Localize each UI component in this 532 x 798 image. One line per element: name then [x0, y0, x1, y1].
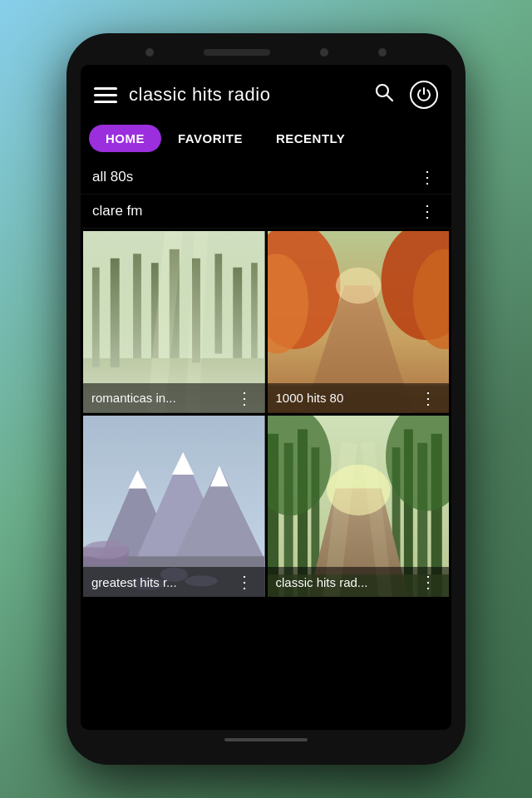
more-options-button[interactable]: ⋮ [416, 203, 440, 219]
radio-name-clarefm: clare fm [92, 203, 416, 219]
app-title: classic hits radio [129, 84, 358, 106]
grid-item-1000hits80[interactable]: 1000 hits 80 ⋮ [268, 231, 450, 413]
phone-bottom-bar [224, 730, 308, 741]
content-area: all 80s ⋮ clare fm ⋮ [81, 160, 451, 730]
grid-item-name-classichitsrad: classic hits rad... [276, 575, 417, 589]
grid-item-romanticas[interactable]: romanticas in... ⋮ [83, 231, 265, 413]
grid-item-footer: 1000 hits 80 ⋮ [268, 383, 450, 413]
grid-item-footer: greatest hits r... ⋮ [83, 567, 265, 597]
radio-name-all80s: all 80s [92, 169, 416, 185]
svg-line-1 [387, 96, 393, 101]
grid-item-name-romanticas: romanticas in... [91, 391, 233, 405]
phone-device: classic hits radio HOME FAVORITE RECENTL… [66, 33, 466, 765]
tab-recently[interactable]: RECENTLY [259, 125, 362, 152]
grid-item-name-1000hits: 1000 hits 80 [276, 391, 417, 405]
grid-item-greatesthits[interactable]: greatest hits r... ⋮ [83, 416, 265, 598]
grid-item-footer: classic hits rad... ⋮ [268, 567, 450, 597]
power-icon[interactable] [410, 81, 438, 109]
tab-favorite[interactable]: FAVORITE [161, 125, 259, 152]
svg-point-37 [83, 540, 129, 559]
list-item: all 80s ⋮ [81, 160, 451, 195]
camera-dot [145, 48, 154, 57]
sensor-dot [320, 48, 328, 57]
radio-grid: romanticas in... ⋮ [81, 229, 451, 599]
more-options-button[interactable]: ⋮ [233, 574, 257, 590]
list-item: clare fm ⋮ [81, 195, 451, 229]
camera-dot-2 [378, 48, 387, 57]
more-options-button[interactable]: ⋮ [416, 574, 441, 590]
more-options-button[interactable]: ⋮ [233, 390, 257, 406]
phone-top-bar [66, 48, 466, 65]
speaker-grille [204, 49, 270, 56]
grid-item-name-greatesthits: greatest hits r... [91, 575, 233, 589]
more-options-button[interactable]: ⋮ [416, 390, 441, 406]
svg-point-22 [335, 268, 381, 304]
more-options-button[interactable]: ⋮ [416, 169, 440, 185]
menu-button[interactable] [94, 87, 117, 103]
grid-item-classichitsrad[interactable]: classic hits rad... ⋮ [268, 416, 450, 598]
tab-bar: HOME FAVORITE RECENTLY [81, 125, 451, 160]
home-indicator[interactable] [224, 738, 308, 741]
phone-screen: classic hits radio HOME FAVORITE RECENTL… [81, 65, 451, 730]
grid-item-footer: romanticas in... ⋮ [83, 383, 265, 413]
search-icon[interactable] [370, 78, 398, 111]
tab-home[interactable]: HOME [89, 125, 161, 152]
app-header: classic hits radio [81, 65, 451, 125]
